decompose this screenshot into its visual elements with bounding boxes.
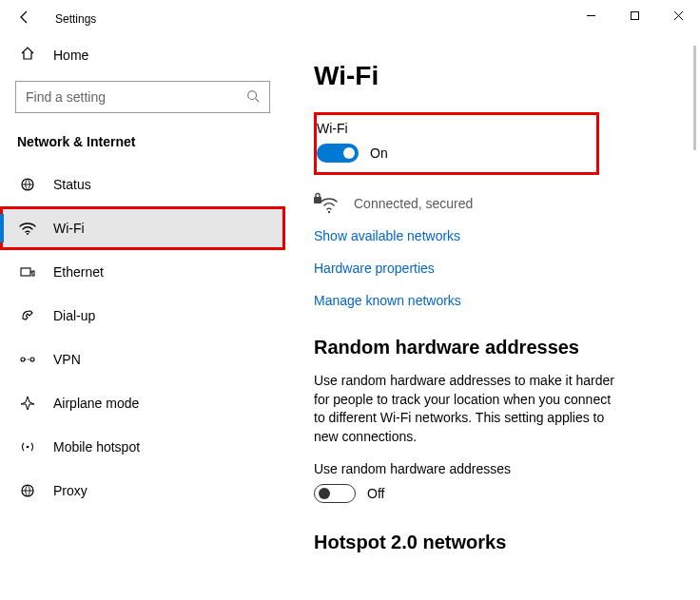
svg-rect-17: [314, 197, 321, 203]
minimize-button[interactable]: [569, 0, 612, 30]
sidebar-item-label: Status: [53, 177, 91, 192]
close-button[interactable]: [656, 0, 700, 30]
hotspot-heading: Hotspot 2.0 networks: [314, 532, 685, 553]
sidebar-item-status[interactable]: Status: [0, 163, 285, 206]
random-hw-description: Use random hardware addresses to make it…: [314, 372, 618, 446]
search-icon: [246, 89, 260, 106]
random-hw-toggle[interactable]: [314, 484, 356, 503]
hotspot-icon: [19, 440, 36, 454]
titlebar: Settings: [0, 0, 700, 38]
wifi-toggle-label: Wi-Fi: [317, 121, 587, 136]
random-hw-heading: Random hardware addresses: [314, 337, 685, 358]
page-title: Wi-Fi: [314, 61, 685, 91]
maximize-button[interactable]: [612, 0, 656, 30]
vpn-icon: [19, 354, 36, 365]
svg-point-14: [27, 446, 29, 449]
airplane-icon: [19, 396, 36, 411]
svg-point-4: [248, 90, 257, 99]
dialup-icon: [19, 308, 36, 323]
sidebar-item-label: Airplane mode: [53, 396, 139, 411]
sidebar-item-dialup[interactable]: Dial-up: [0, 294, 285, 338]
svg-line-5: [256, 98, 260, 102]
home-icon: [19, 46, 36, 64]
wifi-connection-status: Connected, secured: [314, 192, 685, 215]
sidebar-item-proxy[interactable]: Proxy: [0, 469, 285, 513]
sidebar-item-label: Dial-up: [53, 308, 95, 323]
proxy-icon: [19, 483, 36, 498]
svg-rect-8: [21, 268, 30, 276]
svg-rect-9: [32, 271, 34, 276]
sidebar-section-header: Network & Internet: [0, 126, 285, 163]
ethernet-icon: [19, 265, 36, 279]
wifi-toggle-state: On: [370, 145, 388, 161]
link-hardware-properties[interactable]: Hardware properties: [314, 261, 685, 276]
svg-point-11: [21, 358, 25, 361]
connection-status-text: Connected, secured: [354, 196, 473, 211]
search-input[interactable]: Find a setting: [15, 81, 270, 113]
main-panel: Wi-Fi Wi-Fi On Connected, secu: [285, 38, 700, 600]
sidebar-item-label: VPN: [53, 352, 81, 367]
svg-point-16: [328, 211, 330, 213]
search-placeholder: Find a setting: [26, 89, 106, 105]
link-manage-known[interactable]: Manage known networks: [314, 293, 685, 308]
sidebar-item-label: Wi-Fi: [53, 221, 85, 236]
random-hw-toggle-state: Off: [367, 486, 384, 501]
wifi-toggle[interactable]: [317, 144, 359, 163]
sidebar-item-ethernet[interactable]: Ethernet: [0, 250, 285, 294]
wifi-toggle-block: Wi-Fi On: [314, 112, 599, 175]
status-icon: [19, 177, 36, 192]
sidebar-item-wifi[interactable]: Wi-Fi: [0, 206, 285, 250]
svg-point-7: [27, 233, 29, 235]
wifi-icon: [19, 221, 36, 236]
sidebar: Home Find a setting Network & Internet S…: [0, 38, 285, 600]
wifi-secured-icon: [314, 192, 340, 215]
window-title: Settings: [55, 12, 96, 26]
sidebar-item-label: Mobile hotspot: [53, 439, 140, 455]
sidebar-item-hotspot[interactable]: Mobile hotspot: [0, 425, 285, 469]
sidebar-home[interactable]: Home: [0, 38, 285, 71]
scrollbar[interactable]: [693, 46, 696, 150]
sidebar-item-vpn[interactable]: VPN: [0, 338, 285, 381]
svg-point-12: [30, 358, 34, 361]
link-show-available[interactable]: Show available networks: [314, 228, 685, 243]
sidebar-item-label: Proxy: [53, 483, 88, 498]
sidebar-item-airplane[interactable]: Airplane mode: [0, 381, 285, 425]
back-button[interactable]: [17, 10, 40, 29]
random-hw-toggle-label: Use random hardware addresses: [314, 461, 685, 476]
sidebar-home-label: Home: [53, 48, 88, 63]
svg-rect-1: [631, 11, 638, 19]
sidebar-item-label: Ethernet: [53, 264, 104, 280]
